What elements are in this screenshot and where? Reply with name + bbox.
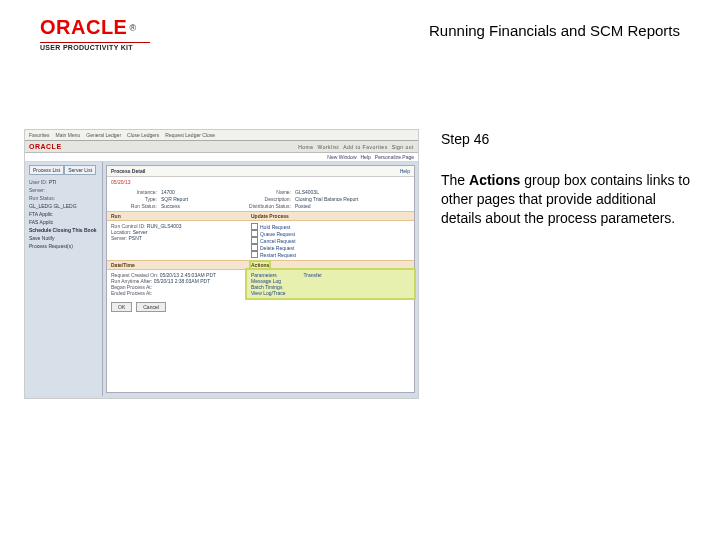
ss-field-label: Type: bbox=[111, 196, 157, 202]
ss-side-tab: Process List bbox=[29, 165, 64, 175]
ss-help-link: Help bbox=[400, 168, 410, 174]
ss-radio-option: Delete Request bbox=[251, 244, 410, 251]
ss-side-value: PTI bbox=[49, 179, 57, 185]
ss-field-value: 14700 bbox=[161, 189, 241, 195]
ss-toplink: Home bbox=[298, 144, 313, 150]
ss-side-row: GL_LEDG GL_LEDG bbox=[29, 202, 98, 210]
ss-util: Personalize Page bbox=[375, 154, 414, 160]
ss-radio-option: Hold Request bbox=[251, 223, 410, 230]
ss-radio-option: Restart Request bbox=[251, 251, 410, 258]
step-text: The Actions group box contains links to … bbox=[441, 171, 696, 228]
oracle-wordmark: ORACLE bbox=[40, 16, 127, 39]
ss-crumb: General Ledger bbox=[86, 132, 121, 138]
logo-subtitle: USER PRODUCTIVITY KIT bbox=[40, 44, 150, 51]
instruction-column: Step 46 The Actions group box contains l… bbox=[441, 129, 696, 399]
ss-ok-button: OK bbox=[111, 302, 132, 312]
ss-brand-text: ORACLE bbox=[29, 143, 62, 150]
ss-section-header-highlight: Actions bbox=[251, 262, 269, 268]
ss-side-footer: Process Request(s) bbox=[29, 242, 98, 250]
ss-util: Help bbox=[361, 154, 371, 160]
ss-side-heading: Schedule Closing This Book bbox=[29, 226, 98, 234]
ss-field-value: Success bbox=[161, 203, 241, 209]
ss-field-value: PSNT bbox=[129, 235, 142, 241]
ss-field-label: Server: bbox=[111, 235, 127, 241]
ss-toplink: Add to Favorites bbox=[343, 144, 387, 150]
ss-field-value: 05/20/13 2:38:03AM PDT bbox=[154, 278, 210, 284]
ss-side-tab: Server List bbox=[64, 165, 96, 175]
logo-divider bbox=[40, 42, 150, 43]
ss-section-header: Date/Time bbox=[111, 262, 251, 268]
ss-field-value: Closing Trial Balance Report bbox=[295, 196, 410, 202]
ss-field-label: Description: bbox=[245, 196, 291, 202]
registered-mark: ® bbox=[129, 23, 136, 33]
embedded-screenshot: Favorites Main Menu General Ledger Close… bbox=[24, 129, 419, 399]
ss-crumb: Request Ledger Close bbox=[165, 132, 215, 138]
step-text-pre: The bbox=[441, 172, 469, 188]
ss-field-label: Run Status: bbox=[111, 203, 157, 209]
ss-field-label: Ended Process At: bbox=[111, 290, 152, 296]
page-title: Running Financials and SCM Reports bbox=[150, 16, 680, 39]
ss-crumb: Close Ledgers bbox=[127, 132, 159, 138]
ss-field-label: Name: bbox=[245, 189, 291, 195]
step-text-bold: Actions bbox=[469, 172, 520, 188]
ss-side-row: Save Notify bbox=[29, 234, 98, 242]
step-number: Step 46 bbox=[441, 131, 696, 147]
ss-breadcrumb: Favorites Main Menu General Ledger Close… bbox=[25, 130, 418, 141]
ss-toplink: Worklist bbox=[318, 144, 340, 150]
ss-field-label: Distribution Status: bbox=[245, 203, 291, 209]
ss-toplink: Sign out bbox=[392, 144, 414, 150]
ss-field-value: GLS4003L bbox=[295, 189, 410, 195]
ss-panel-title: Process Detail bbox=[111, 168, 145, 174]
ss-radio-option: Queue Request bbox=[251, 230, 410, 237]
ss-utilbar: New Window Help Personalize Page bbox=[25, 153, 418, 162]
ss-sidebar: Process List Server List User ID: PTI Se… bbox=[25, 162, 103, 396]
ss-side-label: Run Status: bbox=[29, 195, 55, 201]
ss-section-header: Update Process bbox=[251, 213, 289, 219]
ss-side-row: FAS Applic bbox=[29, 218, 98, 226]
ss-section-header: Run bbox=[111, 213, 251, 219]
ss-panel: Process Detail Help 05/20/13 Instance:14… bbox=[106, 165, 415, 393]
ss-field-value: SQR Report bbox=[161, 196, 241, 202]
ss-side-label: User ID: bbox=[29, 179, 47, 185]
ss-field-value: Posted bbox=[295, 203, 410, 209]
ss-radio-option: Cancel Request bbox=[251, 237, 410, 244]
ss-side-row: FTA Applic bbox=[29, 210, 98, 218]
ss-action-link: View Log/Trace bbox=[251, 290, 285, 296]
ss-action-link: Transfer bbox=[303, 272, 321, 278]
ss-field-label: Instance: bbox=[111, 189, 157, 195]
actions-group-box: Parameters Message Log Batch Timings Vie… bbox=[247, 270, 414, 298]
oracle-logo: ORACLE ® bbox=[40, 16, 150, 39]
ss-date: 05/20/13 bbox=[107, 177, 414, 187]
ss-crumb: Favorites bbox=[29, 132, 50, 138]
ss-cancel-button: Cancel bbox=[136, 302, 166, 312]
logo-block: ORACLE ® USER PRODUCTIVITY KIT bbox=[40, 16, 150, 51]
ss-field-value: RUN_GLS4003 bbox=[147, 223, 182, 229]
ss-crumb: Main Menu bbox=[56, 132, 81, 138]
ss-brandbar: ORACLE Home Worklist Add to Favorites Si… bbox=[25, 141, 418, 153]
ss-side-label: Server: bbox=[29, 187, 45, 193]
ss-util: New Window bbox=[327, 154, 356, 160]
